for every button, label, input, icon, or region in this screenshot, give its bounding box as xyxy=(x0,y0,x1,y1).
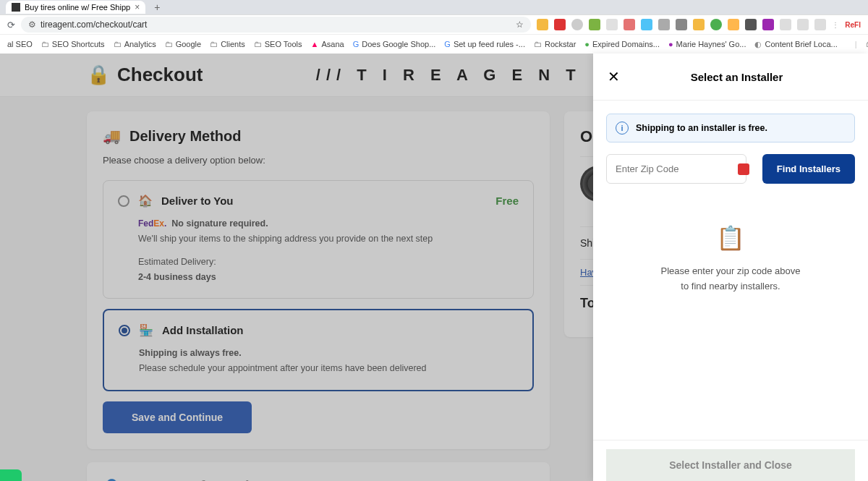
banner-text: Shipping to an installer is free. xyxy=(636,123,767,133)
tab-title: Buy tires online w/ Free Shipp xyxy=(25,3,130,12)
bookmark-item[interactable]: 🗀Google xyxy=(165,40,201,48)
find-installers-button[interactable]: Find Installers xyxy=(762,154,855,184)
url-input[interactable]: ⚙ tireagent.com/checkout/cart ☆ xyxy=(21,17,531,33)
ext-icon[interactable] xyxy=(676,19,687,30)
bookmark-item[interactable]: 🗀SEO Shortcuts xyxy=(41,40,105,48)
empty-state: 📋 Please enter your zip code above to fi… xyxy=(606,205,855,309)
ext-icon[interactable] xyxy=(762,19,774,30)
browser-chrome: Buy tires online w/ Free Shipp × + ⟳ ⚙ t… xyxy=(0,0,868,54)
site-settings-icon[interactable]: ⚙ xyxy=(28,20,36,30)
bookmark-item[interactable]: GDoes Google Shop... xyxy=(353,40,436,48)
bookmark-item[interactable]: al SEO xyxy=(7,40,33,48)
bookmark-item[interactable]: GSet up feed rules -... xyxy=(444,40,525,48)
bookmark-item[interactable]: ●Marie Haynes' Go... xyxy=(668,40,746,48)
empty-line1: Please enter your zip code above xyxy=(621,264,841,279)
extension-icons: ⋮ ReFl xyxy=(537,19,861,30)
ext-icon[interactable] xyxy=(780,19,791,30)
ext-icon[interactable] xyxy=(554,19,566,30)
bookmark-star-icon[interactable]: ☆ xyxy=(516,20,524,30)
empty-line2: to find nearby installers. xyxy=(621,279,841,294)
info-icon: i xyxy=(616,122,629,135)
input-badge-icon xyxy=(738,163,749,175)
ext-icon[interactable] xyxy=(537,19,548,30)
ext-overflow[interactable]: ⋮ xyxy=(832,21,839,29)
address-bar: ⟳ ⚙ tireagent.com/checkout/cart ☆ ⋮ xyxy=(0,14,868,34)
ext-icon[interactable] xyxy=(624,19,635,30)
ext-icon[interactable] xyxy=(814,19,826,30)
ext-icon[interactable] xyxy=(641,19,652,30)
bookmark-item[interactable]: 🗀Rockstar xyxy=(534,40,576,48)
ext-icon[interactable] xyxy=(797,19,809,30)
ext-icon[interactable] xyxy=(745,19,757,30)
ext-icon[interactable] xyxy=(710,19,722,30)
new-tab-button[interactable]: + xyxy=(151,1,163,13)
ext-icon[interactable] xyxy=(658,19,670,30)
zip-input[interactable] xyxy=(606,154,746,184)
reload-icon[interactable]: ⟳ xyxy=(7,20,15,30)
bookmark-item[interactable]: 🗀SEO Tools xyxy=(254,40,302,48)
bookmark-item[interactable]: ●Expired Domains... xyxy=(584,40,660,48)
close-icon[interactable]: ✕ xyxy=(608,68,620,85)
ext-icon[interactable] xyxy=(693,19,705,30)
clipboard-icon: 📋 xyxy=(621,220,841,257)
select-installer-close-button[interactable]: Select Installer and Close xyxy=(606,449,855,481)
bookmark-bar: al SEO 🗀SEO Shortcuts 🗀Analytics 🗀Google… xyxy=(0,34,868,54)
info-banner: i Shipping to an installer is free. xyxy=(606,114,855,142)
all-bookmarks[interactable]: 🗀All Bookmar xyxy=(866,40,868,48)
bookmark-item[interactable]: 🗀Clients xyxy=(210,40,245,48)
ext-icon[interactable] xyxy=(589,19,600,30)
ext-icon[interactable] xyxy=(606,19,618,30)
tab-bar: Buy tires online w/ Free Shipp × + xyxy=(0,0,868,14)
ext-icon[interactable] xyxy=(728,19,739,30)
bookmark-item[interactable]: ◐Content Brief Loca... xyxy=(754,40,837,49)
page-content: 🔒 Checkout /// T I R E A G E N T 🚚 Deliv… xyxy=(0,54,868,481)
installer-drawer: ✕ Select an Installer i Shipping to an i… xyxy=(593,54,868,481)
url-text: tireagent.com/checkout/cart xyxy=(41,20,147,30)
tab-close-icon[interactable]: × xyxy=(135,2,140,12)
tab-favicon xyxy=(12,3,20,12)
ext-icon[interactable] xyxy=(571,19,583,30)
bookmark-item[interactable]: 🗀Analytics xyxy=(114,40,156,48)
browser-tab[interactable]: Buy tires online w/ Free Shipp × xyxy=(6,1,145,14)
drawer-title: Select an Installer xyxy=(620,71,854,83)
bookmark-item[interactable]: ▲Asana xyxy=(311,40,344,48)
chat-widget[interactable] xyxy=(0,469,22,481)
ext-label[interactable]: ReFl xyxy=(845,21,861,29)
